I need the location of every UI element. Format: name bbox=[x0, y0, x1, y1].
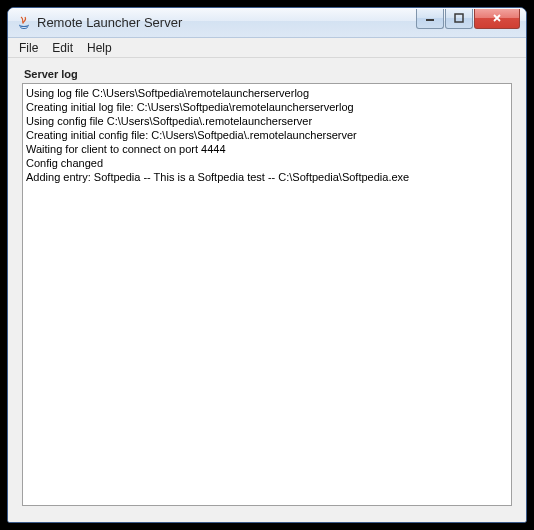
menu-file[interactable]: File bbox=[12, 39, 45, 57]
window-title: Remote Launcher Server bbox=[37, 15, 415, 30]
log-line: Using log file C:\Users\Softpedia\remote… bbox=[26, 86, 508, 100]
maximize-button[interactable] bbox=[445, 9, 473, 29]
menubar: File Edit Help bbox=[8, 38, 526, 58]
log-line: Using config file C:\Users\Softpedia\.re… bbox=[26, 114, 508, 128]
client-area: Server log Using log file C:\Users\Softp… bbox=[8, 58, 526, 522]
minimize-button[interactable] bbox=[416, 9, 444, 29]
log-line: Config changed bbox=[26, 156, 508, 170]
window-controls bbox=[415, 9, 526, 29]
log-line: Creating initial config file: C:\Users\S… bbox=[26, 128, 508, 142]
app-window: Remote Launcher Server File Edit Help Se… bbox=[7, 7, 527, 523]
log-line: Adding entry: Softpedia -- This is a Sof… bbox=[26, 170, 508, 184]
svg-rect-1 bbox=[455, 14, 463, 22]
svg-rect-0 bbox=[426, 19, 434, 21]
log-line: Waiting for client to connect on port 44… bbox=[26, 142, 508, 156]
java-app-icon bbox=[16, 15, 32, 31]
menu-help[interactable]: Help bbox=[80, 39, 119, 57]
log-line: Creating initial log file: C:\Users\Soft… bbox=[26, 100, 508, 114]
menu-edit[interactable]: Edit bbox=[45, 39, 80, 57]
close-button[interactable] bbox=[474, 9, 520, 29]
titlebar[interactable]: Remote Launcher Server bbox=[8, 8, 526, 38]
server-log-label: Server log bbox=[24, 68, 512, 80]
server-log-box[interactable]: Using log file C:\Users\Softpedia\remote… bbox=[22, 83, 512, 506]
